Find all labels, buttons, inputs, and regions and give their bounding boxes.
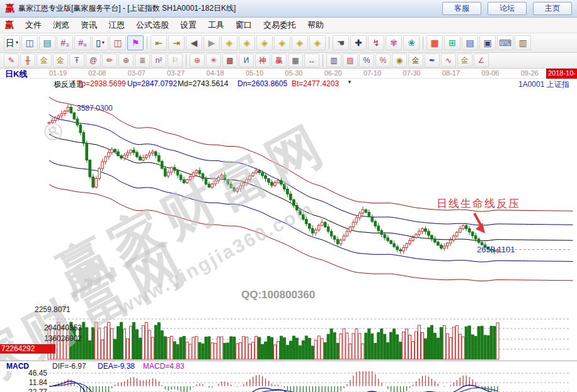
color-flag-icon[interactable]: ⚑ <box>127 35 144 50</box>
zoom-out-h-icon[interactable]: ◈ <box>256 35 273 50</box>
gold-circle-icon[interactable]: ◉ <box>392 53 407 67</box>
indicator-header: 极反通道 Tp=2938.5699 Up=2847.0792 Md=2743.5… <box>0 79 577 89</box>
marker-key-icon[interactable]: ↯ <box>368 35 384 50</box>
gold-underline-icon[interactable]: 金 <box>457 53 472 67</box>
menu-logo-icon: 赢 <box>5 20 14 31</box>
calculator-icon[interactable]: ⊞ <box>444 35 460 50</box>
zoom-in-h-icon[interactable]: ◈ <box>274 35 290 50</box>
calendar-icon[interactable]: ▦ <box>426 35 443 50</box>
menu-item-6[interactable]: 设置 <box>180 20 197 31</box>
gold-grid-2-icon[interactable]: 金 <box>53 53 68 67</box>
menu-item-3[interactable]: 资讯 <box>81 20 97 31</box>
menu-item-9[interactable]: 交易委托 <box>263 20 296 31</box>
shen-grid-icon[interactable]: 神 <box>255 53 270 67</box>
scroll-right-icon[interactable]: ◈ <box>239 35 255 50</box>
scroll-left-icon[interactable]: ◈ <box>221 35 237 50</box>
gann-wheel-icon[interactable]: ⊕ <box>118 53 134 67</box>
ruler-grid-icon[interactable]: ≣ <box>135 53 150 67</box>
prev-bar-icon[interactable]: ◀ <box>186 35 202 50</box>
menu-item-10[interactable]: 帮助 <box>307 20 324 31</box>
macd-tick-2: 11.84 <box>3 378 47 387</box>
numbered-grid-icon[interactable]: ▦ <box>288 53 303 67</box>
date-tick: 03-27 <box>167 69 185 77</box>
notes-icon[interactable]: ▤ <box>462 35 478 50</box>
spiral-icon[interactable]: @ <box>86 53 101 67</box>
info-panel-icon[interactable]: ▤ <box>39 35 55 50</box>
period-day-button[interactable]: 日▾ <box>4 35 20 50</box>
last-page-icon[interactable]: ⇥ <box>168 35 185 50</box>
gold-grid-1-icon[interactable]: 金 <box>37 53 52 67</box>
stats-panel-icon[interactable]: ▥ <box>326 53 341 67</box>
wave-channel-icon[interactable]: ∿ <box>441 53 456 67</box>
n2-icon[interactable]: n² <box>151 53 166 67</box>
menu-bar: 赢 文件浏览资讯江恩公式选股设置工具窗口交易委托帮助 <box>0 18 577 33</box>
crosshair-icon[interactable]: ✚ <box>350 35 367 50</box>
date-tick: 09-06 <box>481 69 499 77</box>
date-tick: 07-10 <box>363 69 381 77</box>
gann-tool-teal-icon[interactable]: ❀ <box>403 35 420 50</box>
bars-9-icon[interactable]: #₉ <box>74 35 91 50</box>
gann-mask-icon[interactable]: ◫ <box>110 35 126 50</box>
menu-item-4[interactable]: 江恩 <box>108 20 125 31</box>
toolbar-separator <box>329 36 329 49</box>
target-circle-icon[interactable]: ⊕ <box>190 53 205 67</box>
price-high-label: 3587.0300 <box>77 104 113 113</box>
percent-line-icon[interactable]: % <box>375 53 391 67</box>
menu-item-7[interactable]: 工具 <box>208 20 224 31</box>
drag-hand-icon[interactable]: ☚ <box>333 35 349 50</box>
date-tick: 05-30 <box>285 69 302 77</box>
percent-box-icon[interactable]: ▨ <box>343 53 358 67</box>
home-button[interactable]: 主页 <box>533 2 572 15</box>
toolbar-separator <box>423 36 423 49</box>
time-grid-icon[interactable]: ╫ <box>20 53 35 67</box>
star-burst-icon[interactable]: ✳ <box>206 53 221 67</box>
grid-box-icon[interactable]: ▩ <box>222 53 237 67</box>
macd-chart-canvas[interactable] <box>0 371 577 392</box>
span-arrows-icon[interactable]: ↔ <box>304 53 319 67</box>
gann-tool-pink-icon[interactable]: ✾ <box>386 35 402 50</box>
percent-icon[interactable]: % <box>359 53 374 67</box>
date-tick: 09-26 <box>521 69 539 77</box>
angle-line-icon[interactable]: ∠ <box>474 53 489 67</box>
indicator-bt-value: Bt=2477.4203 <box>292 79 339 88</box>
customer-service-button[interactable]: 客服 <box>442 2 481 15</box>
flag-tool-icon[interactable]: ⚐ <box>168 53 183 67</box>
volume-chart-canvas[interactable] <box>0 318 577 361</box>
date-tick: 08-17 <box>442 69 460 77</box>
zoom-full-icon[interactable]: ◈ <box>309 35 326 50</box>
titlebar: 赢 赢家江恩专业版[赢家服务平台] - [上证指数 SH1A0001-182日K… <box>0 0 577 18</box>
chart-area[interactable]: 极反通道 Tp=2938.5699 Up=2847.0792 Md=2743.5… <box>0 79 577 392</box>
system-icon[interactable]: ⌨ <box>497 35 513 50</box>
menu-item-2[interactable]: 浏览 <box>53 20 69 31</box>
wave-mark-icon[interactable]: И <box>239 53 254 67</box>
forum-button[interactable]: 论坛 <box>488 2 527 15</box>
gold-line-icon[interactable]: 金 <box>408 53 423 67</box>
volume-grid-label-2: 136026902 <box>0 334 82 343</box>
blue-pen-icon[interactable]: ✒ <box>425 53 440 67</box>
indicator-dropdown-icon[interactable]: ▼ <box>347 79 352 85</box>
printer-icon[interactable]: ▥ <box>515 35 531 50</box>
date-tick: 03-07 <box>128 69 146 77</box>
date-tick: 04-18 <box>207 69 224 77</box>
price-min-label: 2259.8071 <box>35 305 71 314</box>
date-tick: 02-08 <box>88 69 106 77</box>
overlay-mask-icon[interactable]: ◫ <box>21 35 38 50</box>
pencil-red-icon[interactable]: ✏ <box>102 53 117 67</box>
ying-grid-icon[interactable]: 赢 <box>271 53 287 67</box>
f-grid-icon[interactable]: Ŧ <box>69 53 84 67</box>
volume-grid-label-1: 204040353 <box>0 323 82 332</box>
first-page-icon[interactable]: ⇤ <box>151 35 167 50</box>
draw-pen-icon[interactable]: ✎ <box>4 53 19 67</box>
next-bar-icon[interactable]: ▶ <box>203 35 220 50</box>
menu-item-1[interactable]: 文件 <box>25 20 42 31</box>
qq-watermark: QQ:100800360 <box>241 289 315 301</box>
menu-item-8[interactable]: 窗口 <box>236 20 252 31</box>
macd-macd-value: MACD=4.83 <box>143 362 185 371</box>
zoom-v-icon[interactable]: ◈ <box>292 35 308 50</box>
macd-tick-1: 46.45 <box>3 369 47 378</box>
bars-3-icon[interactable]: #₃ <box>57 35 73 50</box>
menu-item-5[interactable]: 公式选股 <box>136 20 169 31</box>
candle-style-button[interactable]: ▯▾ <box>92 35 108 50</box>
titlebar-buttons: 客服 论坛 主页 <box>442 2 572 15</box>
save-icon[interactable]: ▣ <box>479 35 496 50</box>
